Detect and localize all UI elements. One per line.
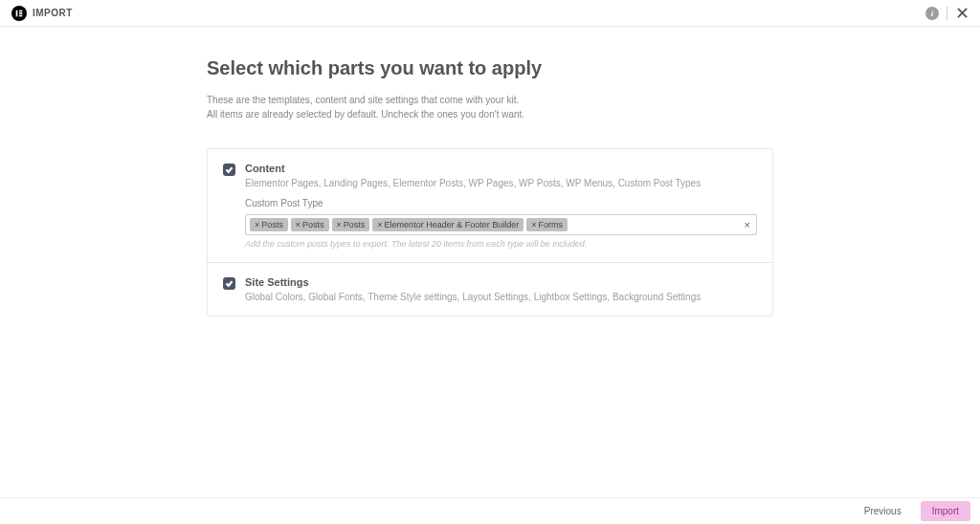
section-subtitle: Elementor Pages, Landing Pages, Elemento… [245,178,757,188]
site-settings-checkbox[interactable] [223,277,235,290]
cpt-tag[interactable]: ×Posts [291,218,329,231]
description-line: All items are already selected by defaul… [207,107,773,121]
tag-label: Elementor Header & Footer Builder [385,220,520,229]
page-heading: Select which parts you want to apply [207,57,773,79]
remove-tag-icon[interactable]: × [377,220,382,229]
svg-rect-1 [19,10,22,11]
tag-label: Forms [538,220,563,229]
clear-all-icon[interactable]: × [745,219,750,230]
elementor-logo [11,6,27,21]
remove-tag-icon[interactable]: × [296,220,301,229]
tag-label: Posts [261,220,283,229]
cpt-tag-input[interactable]: ×Posts ×Posts ×Posts ×Elementor Header &… [245,214,757,235]
section-subtitle: Global Colors, Global Fonts, Theme Style… [245,292,757,302]
import-button[interactable]: Import [921,501,970,521]
section-title: Content [245,163,757,174]
main: Select which parts you want to apply The… [0,27,980,317]
section-site-settings: Site Settings Global Colors, Global Font… [208,263,772,316]
tag-label: Posts [344,220,366,229]
previous-button[interactable]: Previous [853,501,913,521]
cpt-tag[interactable]: ×Posts [250,218,288,231]
close-icon[interactable] [955,7,969,20]
content-checkbox[interactable] [223,164,235,176]
topbar-right: i [925,7,969,20]
svg-rect-2 [19,12,22,14]
cpt-hint: Add the custom posts types to export. Th… [245,239,757,249]
content-container: Select which parts you want to apply The… [207,57,773,317]
page-description: These are the templates, content and sit… [207,93,773,121]
tag-label: Posts [302,220,324,229]
topbar: IMPORT i [0,0,980,27]
topbar-left: IMPORT [11,6,73,21]
footer: Previous Import [0,497,980,524]
divider [947,7,947,20]
topbar-title: IMPORT [33,8,73,18]
description-line: These are the templates, content and sit… [207,93,773,107]
cpt-tag[interactable]: ×Elementor Header & Footer Builder [372,218,523,231]
cpt-field-label: Custom Post Type [245,198,757,208]
info-icon[interactable]: i [925,7,939,20]
remove-tag-icon[interactable]: × [337,220,342,229]
svg-rect-3 [19,14,22,16]
section-content: Content Elementor Pages, Landing Pages, … [208,149,772,263]
remove-tag-icon[interactable]: × [531,220,536,229]
remove-tag-icon[interactable]: × [255,220,259,229]
selection-panel: Content Elementor Pages, Landing Pages, … [207,148,773,317]
svg-rect-0 [16,10,18,16]
section-title: Site Settings [245,276,757,288]
cpt-tag[interactable]: ×Forms [526,218,568,231]
cpt-tag[interactable]: ×Posts [332,218,370,231]
